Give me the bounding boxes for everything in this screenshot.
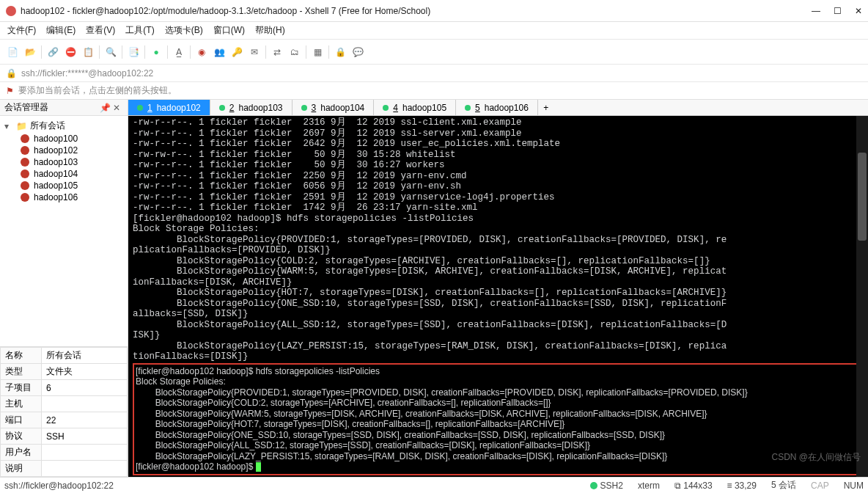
status-cap: CAP — [811, 481, 829, 491]
maximize-button[interactable]: ☐ — [834, 6, 842, 16]
addressbar: 🔒 ssh://fickler:******@hadoop102:22 — [0, 65, 868, 82]
lock-icon[interactable]: 🔒 — [334, 45, 347, 59]
session-icon — [21, 181, 29, 190]
menu-help[interactable]: 帮助(H) — [255, 24, 285, 37]
status-termtype: xterm — [638, 481, 660, 491]
session-tabs: 1hadoop102 2hadoop103 3hadoop104 4hadoop… — [128, 100, 868, 116]
properties-icon[interactable]: 📋 — [81, 45, 95, 59]
status-dot-icon — [383, 105, 389, 111]
session-icon — [21, 134, 29, 143]
tree-item[interactable]: hadoop102 — [0, 145, 128, 156]
tab-hadoop104[interactable]: 3hadoop104 — [293, 100, 375, 115]
menu-tools[interactable]: 工具(T) — [125, 24, 154, 37]
reconnect-icon[interactable]: 🔗 — [46, 45, 59, 59]
transfer-icon[interactable]: ⇄ — [271, 45, 284, 59]
close-button[interactable]: ✕ — [855, 6, 862, 16]
tab-hadoop102[interactable]: 1hadoop102 — [128, 100, 210, 115]
new-session-icon[interactable]: 📄 — [6, 45, 19, 59]
terminal-output: -rw-r--r--. 1 fickler fickler 2316 9月 12… — [133, 117, 864, 362]
folder-label: 所有会话 — [30, 120, 65, 132]
status-size: ⧉ 144x33 — [674, 481, 713, 491]
app-icon — [6, 6, 16, 16]
scrollbar[interactable] — [856, 116, 868, 477]
key-icon[interactable]: 🔑 — [230, 45, 243, 59]
tab-hadoop103[interactable]: 2hadoop103 — [210, 100, 293, 115]
status-ssh: SSH2 — [590, 481, 623, 491]
tree-item[interactable]: hadoop103 — [0, 156, 128, 168]
terminal-prompt: [fickler@hadoop102 hadoop]$ — [136, 461, 861, 472]
xshell-icon[interactable]: ◉ — [195, 45, 208, 59]
session-icon — [21, 169, 29, 178]
cursor-icon — [256, 462, 261, 472]
scrollbar-thumb[interactable] — [858, 153, 867, 241]
main-area: 1hadoop102 2hadoop103 3hadoop104 4hadoop… — [128, 100, 868, 477]
status-pos: ≡ 33,29 — [727, 481, 757, 491]
menu-window[interactable]: 窗口(W) — [213, 24, 245, 37]
sidebar-pin-icon[interactable]: 📌 — [100, 103, 110, 113]
session-tree[interactable]: ▾ 📁 所有会话 hadoop100 hadoop102 hadoop103 h… — [0, 116, 128, 346]
minimize-button[interactable]: — — [812, 6, 820, 16]
open-icon[interactable]: 📂 — [23, 45, 37, 59]
session-icon — [21, 146, 29, 155]
status-sessions: 5 会话 — [771, 479, 796, 492]
sidebar: 会话管理器 📌 ✕ ▾ 📁 所有会话 hadoop100 hadoop102 h… — [0, 100, 128, 477]
menu-view[interactable]: 查看(V) — [86, 24, 115, 37]
status-address: ssh://fickler@hadoop102:22 — [4, 481, 114, 491]
sidebar-close-icon[interactable]: ✕ — [113, 103, 123, 113]
toolbar: 📄 📂 🔗 ⛔ 📋 🔍 📑 ● A̲ ◉ 👥 🔑 ✉ ⇄ 🗂 ▦ 🔒 💬 — [0, 40, 868, 65]
tile-icon[interactable]: ▦ — [311, 45, 324, 59]
sidebar-header: 会话管理器 📌 ✕ — [0, 100, 128, 116]
help-icon[interactable]: 💬 — [351, 45, 364, 59]
session-icon — [21, 193, 29, 202]
menubar: 文件(F) 编辑(E) 查看(V) 工具(T) 选项卡(B) 窗口(W) 帮助(… — [0, 22, 868, 40]
tree-item[interactable]: hadoop105 — [0, 180, 128, 191]
hintbar: ⚑ 要添加当前会话，点击左侧的箭头按钮。 — [0, 82, 868, 100]
window-controls: — ☐ ✕ — [812, 6, 862, 16]
highlighted-output: [fickler@hadoop102 hadoop]$ hdfs storage… — [133, 363, 864, 475]
status-num: NUM — [844, 481, 864, 491]
tab-hadoop105[interactable]: 4hadoop105 — [374, 100, 456, 115]
statusbar: ssh://fickler@hadoop102:22 SSH2 xterm ⧉ … — [0, 477, 868, 493]
folder-icon: 📁 — [16, 121, 27, 131]
folder-icon[interactable]: 🗂 — [288, 45, 301, 59]
menu-file[interactable]: 文件(F) — [7, 24, 36, 37]
terminal-output-highlighted: [fickler@hadoop102 hadoop]$ hdfs storage… — [136, 366, 861, 462]
address-text[interactable]: ssh://fickler:******@hadoop102:22 — [21, 68, 153, 78]
status-dot-icon — [219, 105, 225, 111]
disconnect-icon[interactable]: ⛔ — [64, 45, 77, 59]
tree-item[interactable]: hadoop104 — [0, 168, 128, 180]
hint-text: 要添加当前会话，点击左侧的箭头按钮。 — [18, 84, 177, 97]
flag-icon: ⚑ — [6, 86, 14, 96]
tab-add-button[interactable]: + — [538, 100, 554, 115]
collapse-icon[interactable]: ▾ — [4, 121, 13, 131]
users-icon[interactable]: 👥 — [213, 45, 226, 59]
tree-item[interactable]: hadoop106 — [0, 191, 128, 203]
menu-edit[interactable]: 编辑(E) — [46, 24, 76, 37]
ssl-lock-icon: 🔒 — [6, 68, 17, 78]
window-title: hadoop102 - fickler@hadoop102:/opt/modul… — [21, 6, 812, 16]
ssh-status-icon — [590, 482, 597, 489]
copy-icon[interactable]: 📑 — [127, 45, 140, 59]
titlebar: hadoop102 - fickler@hadoop102:/opt/modul… — [0, 0, 868, 22]
terminal[interactable]: -rw-r--r--. 1 fickler fickler 2316 9月 12… — [128, 116, 868, 477]
status-dot-icon — [301, 105, 307, 111]
session-icon — [21, 158, 29, 167]
compose-icon[interactable]: ✉ — [248, 45, 261, 59]
menu-tab[interactable]: 选项卡(B) — [165, 24, 203, 37]
sidebar-title: 会话管理器 — [4, 101, 97, 114]
status-dot-icon — [465, 105, 471, 111]
color-icon[interactable]: ● — [150, 45, 163, 59]
status-dot-icon — [137, 105, 143, 111]
font-icon[interactable]: A̲ — [172, 45, 185, 59]
tree-item[interactable]: hadoop100 — [0, 133, 128, 145]
properties-panel: 名称所有会话 类型文件夹 子项目6 主机 端口22 协议SSH 用户名 说明 — [0, 346, 128, 477]
tab-hadoop106[interactable]: 5hadoop106 — [456, 100, 538, 115]
find-icon[interactable]: 🔍 — [104, 45, 117, 59]
tree-folder-all[interactable]: ▾ 📁 所有会话 — [0, 119, 128, 133]
